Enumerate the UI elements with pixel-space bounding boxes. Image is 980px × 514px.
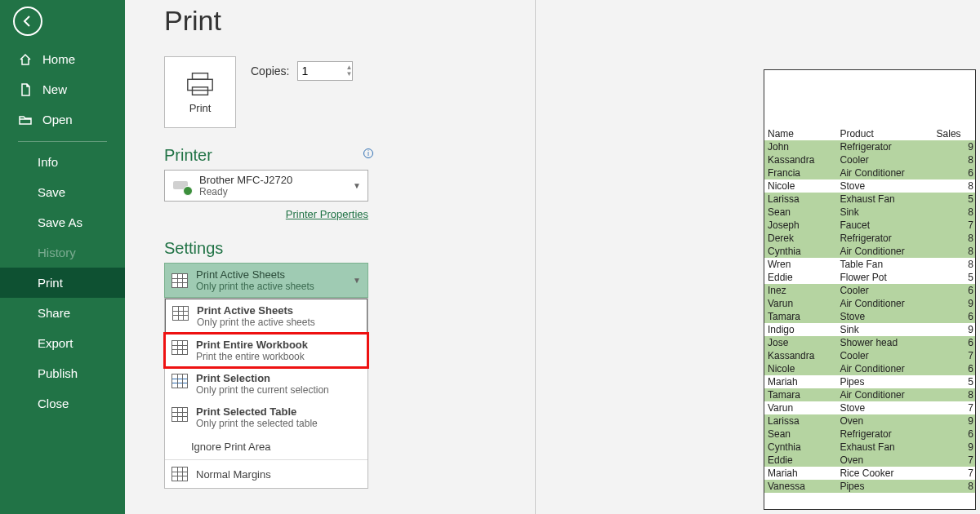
table-row: KassandraCooler8	[764, 153, 975, 166]
table-row: FranciaAir Conditioner6	[764, 166, 975, 179]
nav-close[interactable]: Close	[0, 388, 125, 419]
printer-name: Brother MFC-J2720	[199, 174, 353, 186]
printer-status-icon	[172, 178, 191, 194]
table-row: LarissaExhaust Fan5	[764, 193, 975, 206]
chevron-down-icon: ▼	[353, 181, 361, 190]
sheet-grid-icon	[172, 407, 188, 422]
option-print-active-sheets[interactable]: Print Active SheetsOnly print the active…	[165, 299, 368, 334]
nav-separator	[18, 141, 107, 142]
margins-icon	[172, 467, 188, 481]
print-button-label: Print	[189, 102, 212, 114]
chevron-down-icon: ▼	[353, 276, 361, 285]
option-print-selected-table[interactable]: Print Selected TableOnly print the selec…	[165, 401, 368, 434]
nav-save-as[interactable]: Save As	[0, 207, 125, 237]
table-row: JoseShower head6	[764, 336, 975, 349]
print-preview: Name Product Sales JohnRefrigerator9Kass…	[764, 69, 976, 510]
nav-share[interactable]: Share	[0, 298, 125, 328]
table-row: VarunStove7	[764, 401, 975, 414]
nav-history: History	[0, 237, 125, 268]
table-row: MariahPipes5	[764, 375, 975, 388]
nav-label: New	[42, 82, 67, 96]
nav-export[interactable]: Export	[0, 328, 125, 358]
nav-open[interactable]: Open	[0, 104, 125, 135]
table-row: LarissaOven9	[764, 414, 975, 428]
table-row: MariahRice Cooker7	[764, 467, 975, 480]
printer-dropdown[interactable]: Brother MFC-J2720 Ready ▼	[164, 170, 368, 202]
nav-info[interactable]: Info	[0, 147, 125, 177]
option-print-selection[interactable]: Print SelectionOnly print the current se…	[165, 367, 368, 401]
nav-publish[interactable]: Publish	[0, 358, 125, 388]
folder-open-icon	[18, 113, 33, 126]
table-row: NicoleStove8	[764, 179, 975, 193]
table-row: EddieOven7	[764, 454, 975, 467]
sheet-grid-icon	[172, 273, 188, 288]
document-icon	[18, 83, 33, 96]
printer-status: Ready	[199, 186, 353, 197]
table-row: SeanRefrigerator6	[764, 428, 975, 441]
table-row: IndigoSink9	[764, 323, 975, 336]
print-what-dropdown[interactable]: Print Active Sheets Only print the activ…	[164, 263, 368, 298]
nav-print[interactable]: Print	[0, 268, 125, 298]
svg-rect-0	[193, 73, 208, 79]
table-row: WrenTable Fan8	[764, 258, 975, 271]
table-row: InezCooler6	[764, 284, 975, 297]
arrow-left-icon	[21, 15, 34, 28]
sheet-grid-icon	[172, 340, 188, 355]
table-row: CynthiaExhaust Fan9	[764, 441, 975, 454]
home-icon	[18, 53, 33, 66]
table-row: KassandraCooler7	[764, 349, 975, 362]
printer-icon	[185, 71, 216, 97]
table-row: JosephFaucet7	[764, 219, 975, 232]
print-what-options: Print Active SheetsOnly print the active…	[164, 298, 368, 489]
table-row: JohnRefrigerator9	[764, 140, 975, 153]
nav-label: Open	[42, 113, 73, 126]
table-row: VanessaPipes8	[764, 480, 975, 493]
table-row: EddieFlower Pot5	[764, 271, 975, 284]
option-print-entire-workbook[interactable]: Print Entire WorkbookPrint the entire wo…	[165, 334, 368, 367]
margins-dropdown[interactable]: Normal Margins	[165, 460, 368, 488]
vertical-divider	[535, 0, 536, 514]
spin-down-icon[interactable]: ▼	[346, 71, 353, 78]
sheet-grid-icon	[172, 374, 188, 388]
copies-spinner[interactable]: ▲ ▼	[297, 61, 353, 81]
table-row: DerekRefrigerator8	[764, 232, 975, 245]
backstage-sidebar: Home New Open Info Save Save As History …	[0, 0, 125, 514]
svg-rect-2	[193, 86, 208, 95]
table-row: TamaraStove6	[764, 310, 975, 323]
table-row: CynthiaAir Conditioner8	[764, 245, 975, 258]
print-button[interactable]: Print	[164, 56, 236, 128]
copies-label: Copies:	[251, 64, 289, 78]
preview-table: Name Product Sales JohnRefrigerator9Kass…	[764, 127, 975, 493]
option-ignore-print-area[interactable]: Ignore Print Area	[165, 434, 368, 460]
nav-save[interactable]: Save	[0, 177, 125, 207]
copies-input[interactable]	[298, 64, 337, 78]
nav-new[interactable]: New	[0, 74, 125, 104]
table-row: SeanSink8	[764, 206, 975, 219]
svg-rect-1	[188, 79, 212, 90]
sheet-grid-icon	[172, 306, 189, 321]
page-title: Print	[164, 5, 980, 37]
table-row: TamaraAir Conditioner8	[764, 388, 975, 401]
printer-properties-link[interactable]: Printer Properties	[286, 208, 368, 220]
table-row: NicoleAir Conditioner6	[764, 362, 975, 375]
nav-label: Home	[42, 52, 75, 66]
table-row: VarunAir Conditioner9	[764, 297, 975, 310]
back-button[interactable]	[13, 7, 42, 36]
info-icon[interactable]: i	[363, 148, 373, 158]
nav-home[interactable]: Home	[0, 44, 125, 74]
